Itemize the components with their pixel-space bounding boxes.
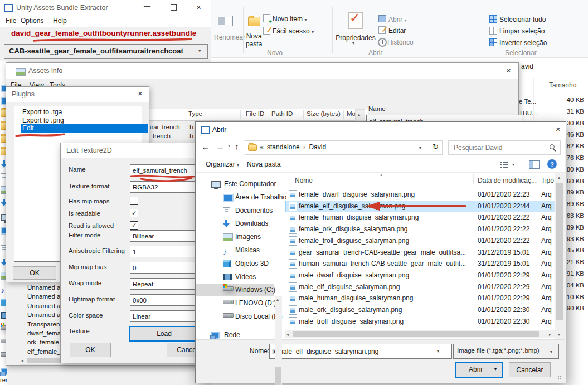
view-mode-dropdown-icon[interactable]: ▾ (512, 162, 514, 167)
back-icon[interactable]: ← (201, 142, 210, 152)
menu-file[interactable]: File (6, 17, 16, 25)
file-row[interactable]: female_troll_disguise_salaryman.png01/01… (285, 235, 555, 247)
plugin-option[interactable]: Export to .tga (21, 108, 148, 116)
tree-item-lenovo-d-[interactable]: LENOVO (D:) (196, 297, 274, 310)
cancel-button[interactable]: Cancelar (509, 362, 551, 377)
filename-combobox[interactable]: female_elf_disguise_salaryman.png ▾ (269, 344, 452, 359)
chevron-down-icon[interactable]: ▾ (437, 349, 439, 354)
col-size[interactable]: Size (bytes) (307, 110, 341, 117)
ribbon-invert-selection-button[interactable]: Inverter seleção (499, 39, 547, 47)
checkbox-unchecked[interactable] (130, 197, 138, 205)
tree-item-downloads[interactable]: Downloads (196, 217, 274, 230)
organize-menu[interactable]: Organizar ▾ (206, 160, 239, 168)
asset-row-fragment[interactable]: urai_trench (148, 124, 180, 130)
maximize-button[interactable] (171, 4, 177, 11)
minimize-button[interactable]: — (144, 2, 150, 10)
field-input[interactable]: 0 (130, 262, 203, 274)
tree-item-disco-local-e-[interactable]: Disco Local (E:) (196, 310, 274, 323)
column-type[interactable]: Tipo (541, 177, 554, 184)
file-row[interactable]: male_troll_disguise_salaryman.png01/01/2… (285, 316, 555, 328)
filetype-combobox[interactable]: Image file (*.tga;*.png;*.bmp) ▾ (453, 344, 559, 359)
column-name[interactable]: Nome (295, 177, 313, 184)
tree-scrollbar[interactable]: ▴ ▾ (275, 296, 282, 385)
file-row[interactable]: male_dwarf_disguise_salaryman.png01/01/2… (285, 270, 555, 281)
help-icon[interactable]: ? (547, 159, 557, 169)
field-input[interactable]: 1 (130, 246, 203, 257)
field-input[interactable]: 0x00 (130, 294, 203, 306)
ribbon-open-button[interactable]: Abrir ▾ (388, 16, 407, 23)
up-icon[interactable]: ↑ (235, 142, 239, 151)
edit-ok-button[interactable]: OK (70, 343, 111, 357)
load-button[interactable]: Load (129, 326, 200, 342)
recent-locations-icon[interactable]: ▾ (228, 143, 230, 148)
search-icon[interactable] (549, 144, 556, 151)
refresh-button[interactable]: ↻ (430, 140, 443, 155)
cab-dropdown[interactable]: CAB-seattle_gear_female_outfitsamuraitre… (4, 44, 208, 59)
file-row[interactable]: human_samurai_trench-CAB-seattle_gear_ma… (285, 258, 555, 270)
menu-help[interactable]: Help (53, 17, 67, 25)
ribbon-new-folder-button[interactable]: Novapasta (246, 32, 262, 48)
field-input[interactable]: Linear (130, 310, 203, 322)
tree-item-v-deos[interactable]: Vídeos (196, 271, 274, 284)
ribbon-new-item-button[interactable]: Novo item ▾ (273, 15, 307, 23)
search-box[interactable]: Pesquisar David (448, 140, 561, 155)
file-row[interactable]: female_dwarf_disguise_salaryman.png01/01… (285, 189, 555, 201)
file-row[interactable]: male_elf_disguise_salaryman.png01/01/202… (285, 281, 555, 293)
menu-options[interactable]: Options (21, 17, 43, 25)
address-bar[interactable]: « standalone › David ▾ (245, 140, 431, 155)
tree-item-imagens[interactable]: Imagens (196, 231, 274, 243)
ribbon-edit-button[interactable]: Editar (388, 27, 406, 35)
close-icon[interactable]: × (556, 125, 561, 133)
properties-dropdown-arrow[interactable]: ▾ (352, 41, 354, 46)
close-icon[interactable]: × (138, 90, 143, 98)
file-row[interactable]: female_elf_disguise_salaryman.png01/01/2… (285, 201, 555, 212)
file-row[interactable]: female_human_disguise_salaryman.png01/01… (285, 212, 555, 223)
col-fileid[interactable]: File ID (246, 110, 264, 117)
plugins-ok-button[interactable]: OK (13, 266, 56, 280)
file-row[interactable]: gear_samurai_trench-CAB-seattle_gear_mal… (285, 247, 555, 259)
breadcrumb[interactable]: « standalone › David (260, 143, 328, 151)
asset-row-fragment[interactable]: i_trench (148, 133, 171, 139)
tree-item-windows-c-[interactable]: Windows (C:) (196, 284, 274, 296)
list-hscrollbar[interactable]: ◂ ▸ (285, 330, 555, 338)
ribbon-clear-selection-button[interactable]: Limpar seleção (499, 27, 545, 35)
close-icon[interactable]: × (506, 67, 511, 75)
file-row[interactable]: male_ork_disguise_salaryman.png01/01/202… (285, 304, 555, 316)
ribbon-rename-button[interactable]: Renomear (214, 33, 245, 41)
tree-item-objetos-3d[interactable]: Objetos 3D (196, 257, 274, 270)
preview-pane-icon[interactable] (529, 160, 540, 169)
field-input[interactable]: elf_samurai_trench (130, 164, 203, 176)
list-vscrollbar[interactable]: ▴ ▾ (555, 173, 565, 339)
new-folder-button[interactable]: Nova pasta (247, 160, 281, 168)
open-dropdown-icon[interactable]: ▼ (493, 367, 498, 372)
tree-item--rea-de-trabalho[interactable]: Área de Trabalho (196, 191, 274, 204)
checkbox-checked[interactable]: ✓ (130, 209, 138, 217)
plugin-option[interactable]: Export to .png (21, 116, 148, 125)
field-input[interactable]: RGBA32 (130, 181, 203, 193)
field-input[interactable]: Bilinear (130, 230, 203, 242)
ribbon-easy-access-button[interactable]: Fácil acesso ▾ (273, 27, 314, 35)
tree-item-este-computador[interactable]: Este Computador (196, 178, 274, 191)
field-input[interactable]: Repeat (130, 278, 203, 290)
tree-item-documentos[interactable]: Documentos (196, 204, 274, 217)
resize-grip[interactable] (558, 376, 562, 380)
file-row[interactable]: female_ork_disguise_salaryman.png01/01/2… (285, 223, 555, 235)
column-date[interactable]: Data de modificaç... (478, 177, 537, 184)
forward-icon[interactable]: → (216, 142, 224, 152)
plugin-option[interactable]: Edit (21, 124, 148, 133)
chevron-down-icon[interactable]: ▾ (419, 145, 421, 150)
size-column-header[interactable]: Tamanho (549, 81, 576, 89)
col-type[interactable]: Type (188, 110, 202, 117)
ribbon-properties-button[interactable]: Propriedades (334, 34, 377, 42)
file-row[interactable]: male_human_disguise_salaryman.png01/01/2… (285, 293, 555, 304)
col-pathid[interactable]: Path ID (271, 110, 293, 117)
view-mode-icon[interactable] (500, 162, 508, 168)
ribbon-history-button[interactable]: Histórico (387, 38, 414, 46)
tree-item-m-sicas[interactable]: Músicas (196, 244, 274, 257)
col-modified[interactable]: Mo (347, 110, 356, 117)
open-split-button[interactable]: Abrir ▼ (455, 362, 503, 378)
ribbon-select-all-button[interactable]: Selecionar tudo (499, 16, 546, 23)
close-icon[interactable]: × (196, 3, 201, 11)
scrollbar-up[interactable]: ▴ (355, 109, 365, 121)
checkbox-checked[interactable]: ✓ (130, 221, 138, 230)
